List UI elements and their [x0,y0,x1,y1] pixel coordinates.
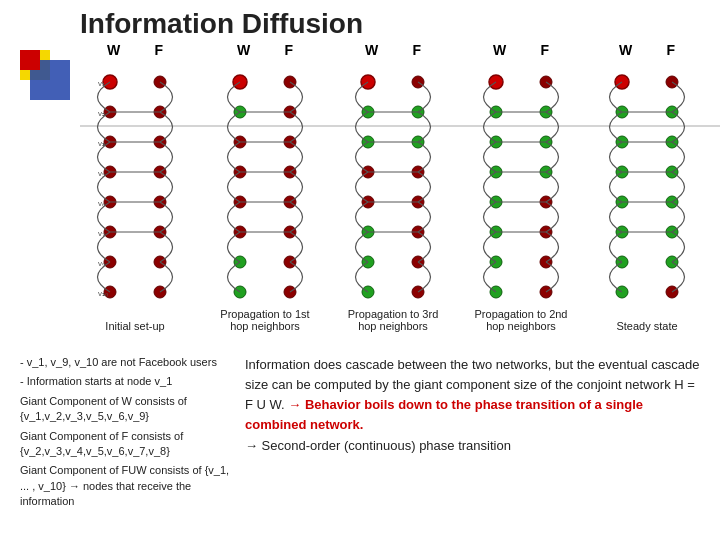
color-decoration [20,50,80,110]
label-w-4: W [493,42,506,58]
diagram-label-2: Propagation to 1st hop neighbors [210,308,320,332]
left-text-line-5: Giant Component of FUW consists of {v_1,… [20,463,235,509]
diagram-label-3: Propagation to 3rd hop neighbors [338,308,448,332]
diagram-label-1: Initial set-up [80,320,190,332]
label-f-4: F [540,42,549,58]
svg-text:v₃: v₃ [98,139,105,148]
svg-text:v₂: v₂ [98,109,105,118]
network-svg-1: v₁ v₂ v₃ v₅ v₆ v₇ v₉ v₁₀ [80,62,190,322]
networks-area: W F [80,42,720,342]
svg-text:v₁₀: v₁₀ [98,289,108,298]
svg-text:v₆: v₆ [98,199,105,208]
svg-text:v₉: v₉ [98,259,105,268]
diagram-header-3: W F [338,42,448,58]
diagram-label-4: Propagation to 2nd hop neighbors [466,308,576,332]
left-text-line-1: - v_1, v_9, v_10 are not Facebook users [20,355,235,370]
label-w-3: W [365,42,378,58]
left-text-panel: - v_1, v_9, v_10 are not Facebook users … [20,355,235,510]
label-f-2: F [284,42,293,58]
network-svg-2 [210,62,320,322]
label-f-5: F [666,42,675,58]
label-w-2: W [237,42,250,58]
diagram-label-5: Steady state [592,320,702,332]
left-text-line-3: Giant Component of W consists of {v_1,v_… [20,394,235,425]
right-text-highlight: → Behavior boils down to the phase trans… [245,397,643,432]
network-svg-5 [592,62,702,322]
diagram-prop1: W F [210,42,320,332]
diagram-header-4: W F [466,42,576,58]
label-w-5: W [619,42,632,58]
label-f-3: F [412,42,421,58]
diagram-prop2: W F [466,42,576,332]
right-text-normal2: → Second-order (continuous) phase transi… [245,438,511,453]
page-title: Information Diffusion [80,8,363,40]
left-text-line-4: Giant Component of F consists of {v_2,v_… [20,429,235,460]
network-svg-3 [338,62,448,322]
label-f-1: F [154,42,163,58]
right-text-panel: Information does cascade between the two… [245,355,705,456]
svg-text:v₇: v₇ [98,229,105,238]
red-square [20,50,40,70]
network-svg-4 [466,62,576,322]
svg-text:v₅: v₅ [98,169,105,178]
diagram-steady: W F [592,42,702,332]
label-w-1: W [107,42,120,58]
diagram-header-5: W F [592,42,702,58]
diagram-header-1: W F [80,42,190,58]
left-text-line-2: - Information starts at node v_1 [20,374,235,389]
diagram-header-2: W F [210,42,320,58]
svg-text:v₁: v₁ [98,79,105,88]
diagram-initial: W F [80,42,190,332]
diagram-prop3: W F [338,42,448,332]
